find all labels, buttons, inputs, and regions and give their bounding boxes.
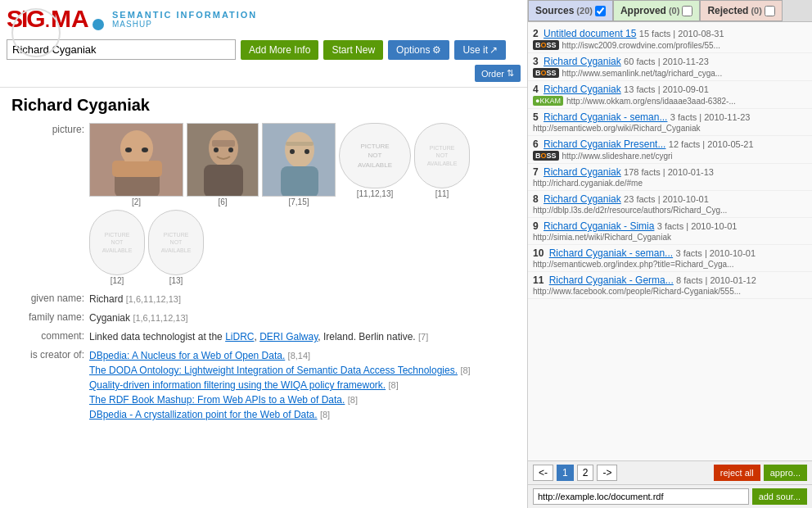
source-number: 11 bbox=[533, 274, 544, 286]
use-it-button[interactable]: Use it ↗ bbox=[454, 40, 506, 60]
source-meta: 12 facts | 2010-05-21 bbox=[669, 139, 754, 149]
source-url: http://dblp.l3s.de/d2r/resource/authors/… bbox=[533, 206, 727, 215]
creator-link-2[interactable]: The DODA Ontology: Lightweight Integrati… bbox=[89, 365, 458, 376]
rejected-checkbox[interactable] bbox=[765, 6, 775, 16]
family-name-value: Cyganiak [1,6,11,12,13] bbox=[89, 311, 188, 325]
okkam-badge: ●KKAM bbox=[533, 96, 563, 106]
approved-tab-label: Approved bbox=[620, 5, 666, 16]
reject-all-button[interactable]: reject all bbox=[714, 465, 760, 481]
family-name-row: family name: Cyganiak [1,6,11,12,13] bbox=[11, 311, 516, 325]
source-meta: 60 facts | 2010-11-23 bbox=[624, 57, 709, 66]
source-item: 3 Richard Cyganiak 60 facts | 2010-11-23… bbox=[528, 53, 812, 81]
source-url-row: BOSS http://www.semanlink.net/tag/richar… bbox=[533, 68, 807, 78]
source-title-link[interactable]: Richard Cyganiak bbox=[544, 193, 621, 205]
picture-number: [2] bbox=[132, 197, 141, 206]
source-number: 8 bbox=[533, 193, 539, 205]
svg-point-8 bbox=[209, 130, 238, 166]
picture-item: [2] bbox=[89, 123, 183, 206]
deri-link[interactable]: DERI Galway bbox=[259, 331, 318, 342]
family-name-sources: [1,6,11,12,13] bbox=[133, 313, 187, 323]
picture-placeholder: PICTURENOTAVAILABLE bbox=[339, 123, 411, 188]
source-title-link[interactable]: Richard Cyganiak bbox=[544, 166, 621, 178]
family-name-label: family name: bbox=[11, 311, 89, 325]
given-name-value: Richard [1,6,11,12,13] bbox=[89, 292, 181, 306]
source-url-row: BOSS http://www.slideshare.net/cygri bbox=[533, 151, 807, 161]
creator-link-3[interactable]: Quality-driven information filtering usi… bbox=[89, 379, 386, 391]
picture-item: PICTURENOTAVAILABLE [11] bbox=[414, 123, 470, 198]
add-source-input[interactable] bbox=[533, 488, 749, 505]
gear-icon: ⚙ bbox=[432, 44, 441, 56]
tab-approved[interactable]: Approved (0) bbox=[613, 0, 700, 21]
creator-value: DBpedia: A Nucleus for a Web of Open Dat… bbox=[89, 348, 471, 422]
logo-subtitle-line1: SEMANTIC INFORMATION bbox=[112, 10, 257, 20]
picture-number: [6] bbox=[218, 197, 227, 206]
page-title: Richard Cyganiak bbox=[11, 96, 516, 115]
source-meta: 3 facts | 2010-10-01 bbox=[675, 248, 756, 258]
page-1-button[interactable]: 1 bbox=[557, 465, 574, 481]
options-button[interactable]: Options ⚙ bbox=[388, 40, 449, 60]
creator-link-4[interactable]: The RDF Book Mashup: From Web APIs to a … bbox=[89, 394, 345, 406]
add-source-button[interactable]: add sour... bbox=[752, 488, 807, 505]
source-url-row: BOSS http://iswc2009.crowdvine.com/profi… bbox=[533, 40, 807, 50]
boss-badge: BOSS bbox=[533, 40, 559, 50]
picture-placeholder: PICTURENOTAVAILABLE bbox=[414, 123, 470, 188]
source-title-link[interactable]: Richard Cyganiak - seman... bbox=[544, 111, 667, 123]
sort-icon: ⇅ bbox=[507, 68, 514, 79]
comment-value: Linked data technologist at the LiDRC, D… bbox=[89, 329, 428, 344]
source-number: 9 bbox=[533, 220, 539, 232]
source-item: 10 Richard Cyganiak - seman... 3 facts |… bbox=[528, 245, 812, 272]
picture-number: [13] bbox=[169, 276, 183, 285]
tab-rejected[interactable]: Rejected (0) bbox=[700, 0, 782, 21]
approved-checkbox[interactable] bbox=[682, 6, 692, 16]
svg-rect-3 bbox=[112, 161, 162, 177]
sources-count: (20) bbox=[576, 6, 593, 16]
source-title-link[interactable]: Richard Cyganiak - Simia bbox=[544, 220, 654, 232]
source-title-link[interactable]: Richard Cyganiak - Germa... bbox=[549, 274, 674, 286]
prev-page-button[interactable]: <- bbox=[533, 465, 553, 481]
rejected-tab-label: Rejected bbox=[707, 5, 748, 16]
source-title-link[interactable]: Richard Cyganiak bbox=[544, 84, 621, 95]
sources-checkbox[interactable] bbox=[595, 6, 606, 16]
source-item: 2 Untitled document 15 15 facts | 2010-0… bbox=[528, 25, 812, 53]
source-number: 4 bbox=[533, 84, 539, 95]
source-url: http://simia.net/wiki/Richard_Cyganiak bbox=[533, 233, 671, 242]
options-label: Options bbox=[396, 44, 430, 56]
source-title-link[interactable]: Richard Cyganiak - seman... bbox=[549, 247, 673, 259]
logo-blue-dot-icon bbox=[92, 19, 104, 30]
creator-link-1[interactable]: DBpedia: A Nucleus for a Web of Open Dat… bbox=[89, 350, 285, 361]
boss-badge: BOSS bbox=[533, 151, 559, 161]
source-meta: 8 facts | 2010-01-12 bbox=[676, 275, 756, 285]
start-new-button[interactable]: Start New bbox=[323, 40, 383, 60]
picture-item: PICTURENOTAVAILABLE [11,12,13] bbox=[339, 123, 411, 198]
use-it-label: Use it bbox=[462, 44, 488, 56]
source-title-link[interactable]: Richard Cyganiak Present... bbox=[544, 138, 665, 150]
source-url: http://www.okkam.org/ens/idaaae3aad-6382… bbox=[566, 97, 736, 106]
creator-link-5[interactable]: DBpedia - A crystallization point for th… bbox=[89, 409, 318, 420]
picture-number: [12] bbox=[111, 276, 124, 285]
svg-point-17 bbox=[304, 149, 309, 154]
person-photo-2 bbox=[187, 124, 259, 197]
source-url: http://semanticweb.org/index.php?title=R… bbox=[533, 260, 733, 269]
picture-placeholder: PICTURENOTAVAILABLE bbox=[89, 210, 145, 275]
source-url-row: http://www.facebook.com/people/Richard-C… bbox=[533, 287, 807, 296]
source-url: http://www.semanlink.net/tag/richard_cyg… bbox=[562, 69, 723, 78]
tab-sources[interactable]: Sources (20) bbox=[528, 0, 613, 21]
next-page-button[interactable]: -> bbox=[597, 465, 617, 481]
source-meta: 178 facts | 2010-01-13 bbox=[624, 167, 714, 177]
order-button[interactable]: Order ⇅ bbox=[475, 65, 521, 82]
source-title-link[interactable]: Untitled document 15 bbox=[544, 28, 636, 39]
svg-point-5 bbox=[142, 147, 148, 152]
source-title-link[interactable]: Richard Cyganiak bbox=[544, 56, 621, 67]
source-number: 5 bbox=[533, 111, 539, 123]
add-more-info-button[interactable]: Add More Info bbox=[241, 40, 318, 60]
svg-point-11 bbox=[228, 147, 233, 152]
source-number: 3 bbox=[533, 56, 539, 67]
svg-point-16 bbox=[290, 149, 295, 154]
source-item: 5 Richard Cyganiak - seman... 3 facts | … bbox=[528, 109, 812, 136]
approve-button[interactable]: appro... bbox=[764, 465, 807, 481]
lidrc-link[interactable]: LiDRC bbox=[225, 331, 254, 342]
source-item: 11 Richard Cyganiak - Germa... 8 facts |… bbox=[528, 272, 812, 299]
page-2-button[interactable]: 2 bbox=[577, 465, 594, 481]
source-url: http://iswc2009.crowdvine.com/profiles/5… bbox=[562, 41, 720, 50]
svg-rect-15 bbox=[281, 166, 318, 197]
